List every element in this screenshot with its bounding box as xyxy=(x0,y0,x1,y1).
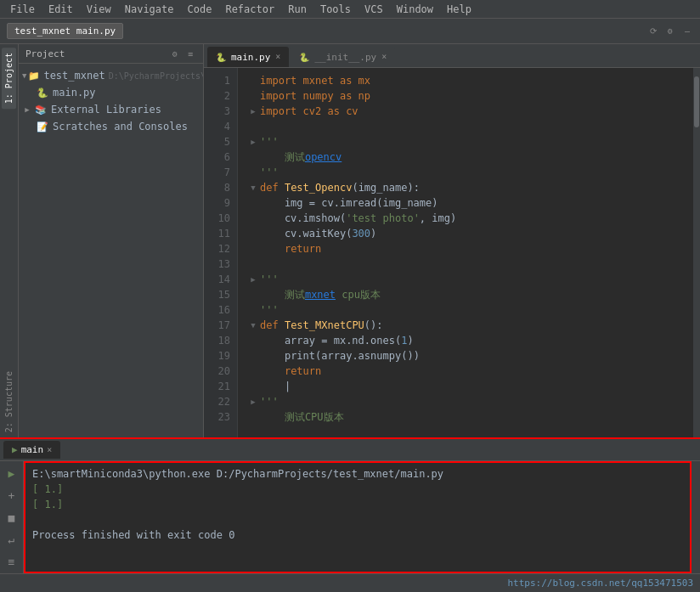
rerun-button[interactable]: + xyxy=(3,487,20,504)
term-line-5: Process finished with exit code 0 xyxy=(32,527,683,543)
side-tabs: 1: Project 2: Structure xyxy=(0,44,19,437)
terminal-output: E:\smartMiniconda3\python.exe D:/Pycharm… xyxy=(24,461,692,573)
lib-icon: 📚 xyxy=(34,103,48,116)
code-line-22: ▶''' xyxy=(246,394,685,409)
status-right: https://blog.csdn.net/qq153471503 xyxy=(507,578,693,589)
tree-arrow-extlibs: ▶ xyxy=(22,104,32,115)
tree-root-folder[interactable]: ▼ 📁 test_mxnet D:\PycharmProjects\test_m… xyxy=(19,67,203,84)
code-content[interactable]: import mxnet as mximport numpy as np▶imp… xyxy=(238,68,693,437)
tab-init-close[interactable]: × xyxy=(381,53,387,61)
run-tab-label: main xyxy=(21,444,44,455)
tree-scratches[interactable]: 📝 Scratches and Consoles xyxy=(19,118,203,135)
term-exit: Process finished with exit code 0 xyxy=(32,529,234,541)
code-line-8: ▼def Test_Opencv(img_name): xyxy=(246,180,685,195)
run-tab-close[interactable]: × xyxy=(47,446,52,454)
tab-bar: 🐍 main.py × 🐍 __init__.py × xyxy=(204,44,700,68)
term-line-blank xyxy=(32,512,683,527)
menu-window[interactable]: Window xyxy=(390,2,440,17)
gear-icon[interactable]: ⚙ xyxy=(169,48,181,59)
tree-ext-libs[interactable]: ▶ 📚 External Libraries xyxy=(19,101,203,118)
toolbar: test_mxnet main.py ⟳ ⚙ — xyxy=(0,19,700,44)
tab-main-close[interactable]: × xyxy=(275,53,280,61)
sidebar-item-project[interactable]: 1: Project xyxy=(2,48,16,109)
menu-view[interactable]: View xyxy=(80,2,118,17)
panel-title: Project xyxy=(25,48,65,59)
root-folder-name: test_mxnet xyxy=(43,70,104,82)
tab-init-label: __init__.py xyxy=(314,52,376,63)
run-icon: ▶ xyxy=(12,444,18,455)
code-line-16: ''' xyxy=(246,302,685,318)
code-line-5: ▶''' xyxy=(246,134,685,149)
scratch-icon: 📝 xyxy=(36,120,49,133)
code-line-11: cv.waitKey(300) xyxy=(246,226,685,241)
ext-libs-label: External Libraries xyxy=(51,104,161,116)
bottom-panel: ▶ main × ▶ + ■ ↵ ≡ E:\smartMiniconda3\py… xyxy=(0,437,700,573)
tab-file-icon-main: 🐍 xyxy=(216,53,226,62)
menu-refactor[interactable]: Refactor xyxy=(218,2,281,17)
wrap-button[interactable]: ↵ xyxy=(3,531,20,548)
code-line-6: 测试opencv xyxy=(246,149,685,165)
right-scrollbar[interactable] xyxy=(693,68,700,437)
sidebar-content: Project ⚙ ≡ ▼ 📁 test_mxnet D:\PycharmPro… xyxy=(19,44,203,437)
code-line-13 xyxy=(246,257,685,272)
folder-icon-root: 📁 xyxy=(28,69,40,82)
bottom-sidebar: ▶ + ■ ↵ ≡ xyxy=(0,461,24,573)
term-arr-1: [ 1.] xyxy=(32,483,63,495)
menu-tools[interactable]: Tools xyxy=(313,2,358,17)
menu-bar: File Edit View Navigate Code Refactor Ru… xyxy=(0,0,700,19)
code-line-14: ▶''' xyxy=(246,272,685,287)
menu-file[interactable]: File xyxy=(3,2,42,17)
main-py-label: main.py xyxy=(53,87,96,99)
sidebar-item-structure[interactable]: 2: Structure xyxy=(2,366,16,437)
code-line-20: return xyxy=(246,364,685,379)
term-path: E:\smartMiniconda3\python.exe D:/Pycharm… xyxy=(32,468,443,480)
code-line-2: import numpy as np xyxy=(246,88,685,104)
code-line-23: 测试CPU版本 xyxy=(246,409,685,425)
run-tab[interactable]: ▶ main × xyxy=(3,441,60,459)
term-line-1: E:\smartMiniconda3\python.exe D:/Pycharm… xyxy=(32,466,683,482)
settings-icon[interactable]: ⚙ xyxy=(664,25,676,37)
menu-run[interactable]: Run xyxy=(281,2,313,17)
tree-arrow-root: ▼ xyxy=(22,70,26,81)
bottom-right-gutter xyxy=(692,461,700,573)
term-arr-2: [ 1.] xyxy=(32,499,63,510)
code-line-10: cv.imshow('test photo', img) xyxy=(246,211,685,226)
collapse-icon[interactable]: ≡ xyxy=(184,48,196,59)
watermark: https://blog.csdn.net/qq153471503 xyxy=(507,578,693,589)
editor-area: 🐍 main.py × 🐍 __init__.py × 123456789101… xyxy=(204,44,700,437)
status-bar: https://blog.csdn.net/qq153471503 xyxy=(0,573,700,592)
tab-init-py[interactable]: 🐍 __init__.py × xyxy=(291,47,395,67)
tab-main-py[interactable]: 🐍 main.py × xyxy=(207,47,289,67)
pin-button[interactable]: ≡ xyxy=(3,553,20,570)
code-line-4 xyxy=(246,119,685,134)
bottom-content: ▶ + ■ ↵ ≡ E:\smartMiniconda3\python.exe … xyxy=(0,461,700,573)
sidebar: 1: Project 2: Structure Project ⚙ ≡ ▼ 📁 … xyxy=(0,44,204,437)
root-path: D:\PycharmProjects\test_mxnet xyxy=(109,71,203,81)
panel-header: Project ⚙ ≡ xyxy=(19,44,203,64)
project-tree: ▼ 📁 test_mxnet D:\PycharmProjects\test_m… xyxy=(19,64,203,437)
tab-init-icon: 🐍 xyxy=(299,53,309,62)
file-icon-main: 🐍 xyxy=(36,86,49,99)
code-line-3: ▶import cv2 as cv xyxy=(246,104,685,119)
menu-navigate[interactable]: Navigate xyxy=(118,2,181,17)
term-line-2: [ 1.] xyxy=(32,482,683,497)
code-line-19: print(array.asnumpy()) xyxy=(246,348,685,364)
sync-icon[interactable]: ⟳ xyxy=(647,25,659,37)
term-line-3: [ 1.] xyxy=(32,497,683,512)
tree-main-py[interactable]: 🐍 main.py xyxy=(19,84,203,101)
code-line-15: 测试mxnet cpu版本 xyxy=(246,287,685,302)
tab-main-label: main.py xyxy=(231,52,270,63)
menu-help[interactable]: Help xyxy=(440,2,478,17)
stop-button[interactable]: ■ xyxy=(3,509,20,526)
menu-code[interactable]: Code xyxy=(181,2,219,17)
bottom-tabs: ▶ main × xyxy=(0,439,700,461)
code-line-17: ▼def Test_MXnetCPU(): xyxy=(246,318,685,333)
menu-vcs[interactable]: VCS xyxy=(358,2,390,17)
run-button[interactable]: ▶ xyxy=(3,465,20,482)
menu-edit[interactable]: Edit xyxy=(42,2,80,17)
scratches-label: Scratches and Consoles xyxy=(53,121,188,132)
code-editor: 1234567891011121314151617181920212223 im… xyxy=(204,68,700,437)
code-line-18: array = mx.nd.ones(1) xyxy=(246,333,685,348)
project-selector[interactable]: test_mxnet main.py xyxy=(7,23,123,39)
minus-icon[interactable]: — xyxy=(681,25,693,37)
